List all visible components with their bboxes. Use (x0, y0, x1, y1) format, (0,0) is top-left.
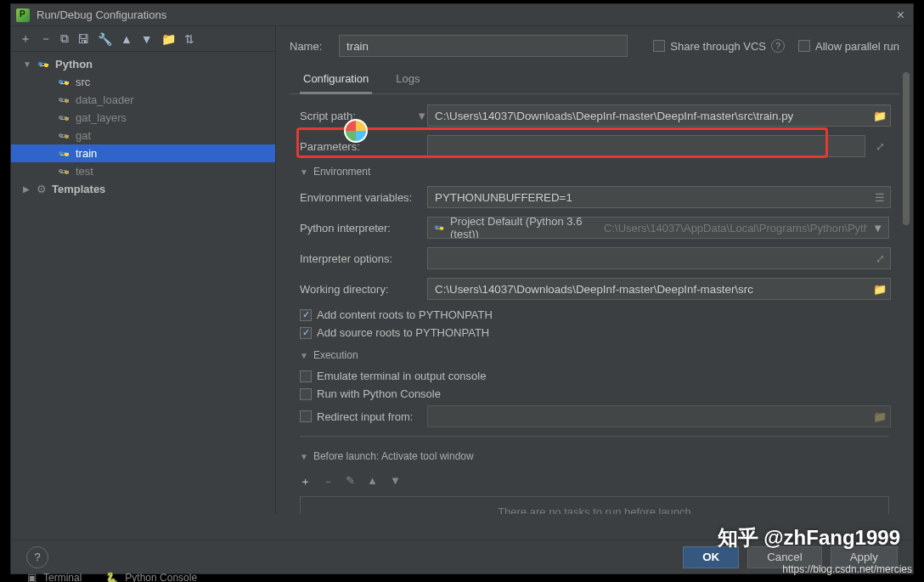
chevron-right-icon: ▶ (23, 184, 33, 194)
tree-label: data_loader (76, 93, 134, 106)
python-icon: 🐍 (105, 572, 118, 582)
env-vars-input[interactable] (427, 186, 891, 208)
run-with-console-checkbox[interactable]: Run with Python Console (300, 387, 889, 400)
gear-icon: ⚙ (37, 183, 47, 195)
terminal-icon: ▣ (27, 572, 37, 582)
folder-icon[interactable]: 📁 (161, 32, 176, 46)
workdir-input[interactable] (427, 278, 891, 300)
python-icon (433, 222, 445, 234)
python-icon (57, 147, 70, 161)
add-content-roots-checkbox[interactable]: Add content roots to PYTHONPATH (300, 308, 889, 321)
browse-folder-icon[interactable]: 📁 (870, 105, 889, 126)
list-icon[interactable]: ☰ (870, 187, 889, 207)
sort-icon[interactable]: ⇅ (184, 32, 194, 46)
add-task-icon[interactable]: ＋ (300, 474, 311, 489)
env-vars-label: Environment variables: (300, 191, 427, 204)
interpreter-select[interactable]: Project Default (Python 3.6 (test)) C:\U… (427, 217, 889, 239)
name-input[interactable] (339, 35, 628, 57)
move-down-icon[interactable]: ▼ (390, 474, 401, 489)
sidebar-toolbar: ＋ － ⧉ 🖫 🔧 ▲ ▼ 📁 ⇅ (11, 26, 275, 52)
window-title: Run/Debug Configurations (37, 8, 893, 21)
before-launch-section[interactable]: ▼Before launch: Activate tool window (300, 450, 889, 462)
help-icon[interactable]: ? (771, 39, 785, 53)
tree-label: test (76, 165, 93, 178)
tree-item-data-loader[interactable]: data_loader (11, 91, 275, 109)
allow-parallel-checkbox[interactable]: Allow parallel run (798, 40, 899, 53)
interpreter-value: Project Default (Python 3.6 (test)) (450, 217, 599, 239)
tree-python-root[interactable]: ▼ Python (11, 55, 275, 73)
remove-task-icon[interactable]: － (323, 474, 334, 489)
tree-label: Python (55, 58, 93, 71)
chevron-down-icon: ▼ (300, 167, 308, 177)
tree-item-src[interactable]: src (11, 73, 275, 91)
parallel-label: Allow parallel run (815, 40, 899, 53)
tree-item-gat[interactable]: gat (11, 127, 275, 144)
script-path-label: Script path: (300, 110, 356, 122)
script-path-dropdown-icon[interactable]: ▼ (416, 110, 427, 122)
name-label: Name: (290, 40, 329, 53)
move-up-icon[interactable]: ▲ (121, 32, 132, 46)
tab-logs[interactable]: Logs (392, 65, 423, 93)
scroll-thumb[interactable] (903, 72, 910, 225)
tree-label: Templates (52, 183, 105, 195)
python-icon (57, 93, 70, 107)
redirect-input-field[interactable] (427, 405, 891, 427)
interp-opts-input[interactable] (427, 247, 891, 269)
expand-icon[interactable]: ⤢ (870, 248, 889, 268)
vertical-scrollbar[interactable] (903, 72, 911, 531)
expand-icon[interactable]: ⤢ (870, 136, 889, 156)
interp-opts-label: Interpreter options: (300, 252, 427, 265)
tree-label: gat_layers (76, 111, 127, 124)
edit-task-icon[interactable]: ✎ (346, 474, 355, 489)
environment-section[interactable]: ▼Environment (300, 166, 889, 178)
help-button[interactable]: ? (26, 546, 48, 568)
tree-label: train (76, 147, 97, 160)
move-down-icon[interactable]: ▼ (141, 32, 153, 46)
config-tabs: Configuration Logs (290, 65, 899, 94)
move-up-icon[interactable]: ▲ (367, 474, 378, 489)
add-source-roots-checkbox[interactable]: Add source roots to PYTHONPATH (300, 326, 889, 339)
tree-item-train[interactable]: train (11, 144, 275, 162)
add-config-icon[interactable]: ＋ (20, 31, 31, 47)
chevron-down-icon: ▼ (23, 59, 33, 69)
config-main: Name: Share through VCS? Allow parallel … (276, 26, 913, 514)
save-config-icon[interactable]: 🖫 (77, 32, 89, 46)
python-icon (57, 76, 70, 89)
config-tree: ▼ Python src data_loader gat_layers gat … (11, 52, 275, 201)
tree-label: gat (76, 129, 91, 142)
emulate-terminal-checkbox[interactable]: Emulate terminal in output console (300, 370, 889, 382)
bottom-strip: ▣Terminal 🐍Python Console (27, 572, 197, 582)
chevron-down-icon: ▼ (872, 222, 883, 234)
tab-configuration[interactable]: Configuration (300, 65, 372, 94)
tree-templates[interactable]: ▶ ⚙ Templates (11, 180, 275, 198)
tree-item-test[interactable]: test (11, 162, 275, 180)
parameters-label: Parameters: (300, 140, 427, 153)
user-badge-icon (344, 119, 368, 143)
no-tasks-message: There are no tasks to run before launch (300, 496, 889, 514)
execution-section[interactable]: ▼Execution (300, 349, 889, 361)
copy-config-icon[interactable]: ⧉ (60, 31, 69, 46)
tree-label: src (76, 76, 90, 88)
chevron-down-icon: ▼ (300, 452, 308, 461)
run-debug-config-dialog: Run/Debug Configurations × ＋ － ⧉ 🖫 🔧 ▲ ▼… (10, 3, 914, 574)
watermark-url: https://blog.csdn.net/mercies (782, 563, 912, 575)
python-icon (57, 129, 70, 143)
parameters-input[interactable] (427, 135, 865, 157)
python-icon (37, 58, 50, 71)
remove-config-icon[interactable]: － (40, 31, 52, 47)
interpreter-path: C:\Users\14037\AppData\Local\Programs\Py… (604, 222, 867, 234)
python-icon (57, 165, 70, 178)
browse-folder-icon[interactable]: 📁 (870, 279, 889, 299)
watermark-text: 知乎 @zhFang1999 (718, 524, 900, 551)
interpreter-label: Python interpreter: (300, 222, 427, 234)
script-path-input[interactable] (427, 105, 891, 127)
tree-item-gat-layers[interactable]: gat_layers (11, 109, 275, 127)
close-icon[interactable]: × (893, 8, 908, 23)
config-sidebar: ＋ － ⧉ 🖫 🔧 ▲ ▼ 📁 ⇅ ▼ Python src data_load… (11, 26, 276, 514)
redirect-input-checkbox[interactable]: Redirect input from: (300, 410, 427, 423)
titlebar: Run/Debug Configurations × (11, 4, 913, 26)
app-icon (16, 8, 30, 22)
share-vcs-checkbox[interactable]: Share through VCS? (653, 39, 785, 53)
workdir-label: Working directory: (300, 283, 427, 296)
wrench-icon[interactable]: 🔧 (98, 32, 112, 46)
